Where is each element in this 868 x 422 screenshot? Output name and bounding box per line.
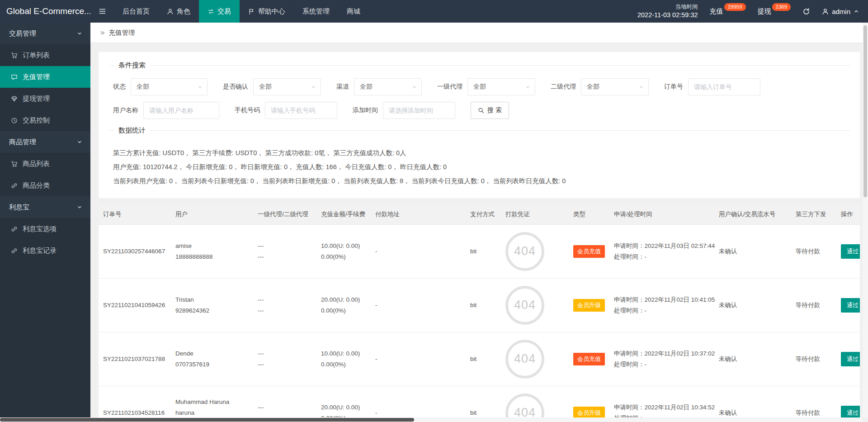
order-no-input[interactable]: [688, 78, 760, 95]
page-content: 条件搜索 状态 全部 是否确认 全部: [90, 43, 868, 422]
agent-level1: ---: [258, 402, 312, 413]
hamburger-icon: [98, 8, 107, 15]
approve-button[interactable]: 通过: [841, 352, 860, 366]
user-phone: 9289624362: [175, 305, 249, 316]
sidebar-item-order-list[interactable]: 订单列表: [0, 44, 90, 66]
username: admin: [832, 8, 850, 15]
sidebar-item-withdraw-management[interactable]: 提现管理: [0, 88, 90, 109]
search-card: 条件搜索 状态 全部 是否确认 全部: [99, 52, 860, 198]
approve-button[interactable]: 通过: [841, 244, 860, 259]
comment-icon: [11, 74, 18, 81]
vertical-scrollbar[interactable]: [863, 23, 868, 417]
flag-icon: [248, 8, 255, 15]
agent-level1: ---: [258, 348, 312, 359]
pay-method: bit: [470, 246, 496, 257]
status-select[interactable]: 全部: [131, 78, 208, 95]
col-order-no: 订单号: [99, 205, 171, 224]
horizontal-scrollbar-thumb[interactable]: [0, 418, 414, 422]
third-party-status: 等待付款: [796, 300, 832, 311]
image-404-text: 404: [514, 352, 536, 366]
sidebar-group-label: 交易管理: [9, 29, 36, 38]
col-voucher: 打款凭证: [501, 205, 569, 224]
order-no: SY2211021041059426: [103, 300, 166, 311]
agent1-select[interactable]: 全部: [467, 78, 535, 95]
confirm-select-value: 全部: [259, 83, 272, 91]
sidebar-group-trade-management[interactable]: 交易管理: [0, 23, 90, 44]
top-header: Global E-Commerce... 后台首页 角色 交易 帮助中心: [0, 0, 868, 23]
user-menu[interactable]: admin: [822, 8, 859, 15]
nav-item-help-center[interactable]: 帮助中心: [240, 0, 294, 23]
voucher-image-placeholder[interactable]: 404: [505, 232, 544, 271]
sidebar-group-label: 商品管理: [9, 138, 36, 147]
link-icon: [11, 226, 18, 232]
sidebar-item-label: 订单列表: [23, 51, 50, 60]
col-user-confirm: 用户确认/交易流水号: [714, 205, 791, 224]
add-time-field: 添加时间: [353, 102, 455, 119]
sidebar-item-recharge-management[interactable]: 充值管理: [0, 66, 90, 88]
voucher-image-placeholder[interactable]: 404: [505, 286, 544, 325]
recharge-amount: 20.00(U: 0.00): [321, 402, 366, 413]
nav-item-mall[interactable]: 商城: [338, 0, 369, 23]
search-button[interactable]: 搜 索: [471, 102, 509, 119]
pay-method: bit: [470, 300, 496, 311]
third-party-status: 等待付款: [796, 246, 832, 257]
col-apply-time: 申请/处理时间: [609, 205, 714, 224]
add-time-input[interactable]: [383, 102, 455, 119]
sidebar-group-label: 利息宝: [9, 203, 29, 212]
chevron-up-icon: [854, 9, 859, 14]
recharge-notify[interactable]: 充值 29959: [710, 0, 746, 23]
channel-select[interactable]: 全部: [354, 78, 422, 95]
chevron-down-icon: [525, 85, 530, 90]
status-field: 状态 全部: [113, 78, 208, 95]
order-no: SY2211021034528116: [103, 408, 166, 418]
image-404-text: 404: [514, 244, 536, 258]
sidebar-item-lixibao-records[interactable]: 利息宝记录: [0, 240, 90, 261]
horizontal-scrollbar[interactable]: [0, 417, 863, 422]
sidebar-item-goods-list[interactable]: 商品列表: [0, 153, 90, 175]
nav-item-home[interactable]: 后台首页: [114, 0, 158, 23]
sidebar-group-goods-management[interactable]: 商品管理: [0, 131, 90, 153]
table-body: SY2211030257446067 amise 18888888888 ---…: [99, 224, 860, 422]
nav-label: 角色: [177, 7, 190, 16]
agent-level2: ---: [258, 359, 312, 370]
sidebar-item-goods-category[interactable]: 商品分类: [0, 175, 90, 196]
agent2-select-value: 全部: [587, 83, 599, 91]
agent-level2: ---: [258, 251, 312, 262]
order-no-label: 订单号: [664, 83, 683, 91]
menu-toggle-button[interactable]: [90, 0, 114, 23]
sidebar-item-trade-control[interactable]: 交易控制: [0, 109, 90, 131]
voucher-image-placeholder[interactable]: 404: [505, 340, 544, 379]
refresh-button[interactable]: [802, 8, 810, 15]
confirm-select[interactable]: 全部: [253, 78, 321, 95]
phone-input[interactable]: [265, 102, 337, 119]
col-pay-address: 付款地址: [371, 205, 466, 224]
nav-item-roles[interactable]: 角色: [158, 0, 199, 23]
agent1-label: 一级代理: [437, 83, 462, 91]
withdraw-notify[interactable]: 提现 2369: [758, 0, 791, 23]
agent2-select[interactable]: 全部: [581, 78, 649, 95]
cart-icon: [11, 161, 18, 167]
agent1-select-value: 全部: [473, 83, 486, 91]
sidebar-item-lixibao-options[interactable]: 利息宝选项: [0, 218, 90, 240]
trade-icon: [208, 8, 214, 15]
recharge-count-badge: 29959: [724, 3, 746, 11]
search-button-label: 搜 索: [487, 106, 502, 114]
nav-item-trade[interactable]: 交易: [199, 0, 240, 23]
process-time: 处理时间：-: [614, 251, 710, 262]
page-title: 充值管理: [108, 28, 135, 37]
link-icon: [11, 182, 18, 189]
fee: 0.00(0%): [321, 251, 366, 262]
nav-item-system[interactable]: 系统管理: [294, 0, 338, 23]
col-amount-fee: 充值金额/手续费: [316, 205, 371, 224]
pay-address: -: [375, 408, 461, 418]
user-icon: [822, 8, 829, 15]
stats-legend: 数据统计: [114, 126, 150, 135]
user-phone: 18888888888: [175, 251, 249, 262]
sidebar-item-label: 商品分类: [23, 181, 50, 190]
approve-button[interactable]: 通过: [841, 298, 860, 313]
user-name-input[interactable]: [143, 102, 219, 119]
process-time: 处理时间：-: [614, 305, 710, 316]
vertical-scrollbar-thumb[interactable]: [863, 25, 867, 197]
sidebar-group-lixibao[interactable]: 利息宝: [0, 196, 90, 218]
chevron-down-icon: [77, 204, 82, 210]
